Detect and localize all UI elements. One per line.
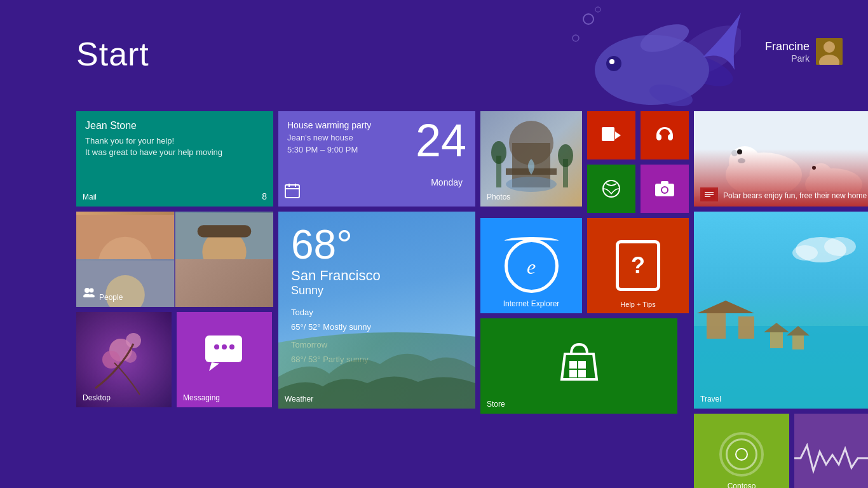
mail-label: Mail bbox=[83, 193, 97, 201]
tile-store[interactable]: Store bbox=[480, 318, 677, 414]
svg-rect-84 bbox=[707, 313, 726, 339]
tile-xbox[interactable] bbox=[587, 165, 635, 213]
desktop-label: Desktop bbox=[83, 393, 111, 402]
svg-point-9 bbox=[595, 7, 600, 12]
tiles-container: Jean Stone Thank you for your help! It w… bbox=[76, 111, 868, 488]
tile-camera[interactable] bbox=[641, 165, 689, 213]
xbox-icon bbox=[601, 179, 621, 199]
camera-icon bbox=[654, 180, 675, 198]
row-contoso-health: Contoso Health & bbox=[694, 414, 868, 488]
mail-sender: Jean Stone bbox=[85, 120, 264, 132]
svg-point-33 bbox=[126, 333, 141, 348]
tile-mail[interactable]: Jean Stone Thank you for your help! It w… bbox=[76, 111, 273, 207]
svg-point-4 bbox=[609, 59, 614, 64]
svg-point-27 bbox=[85, 288, 90, 293]
contoso-label: Contoso bbox=[728, 482, 756, 488]
news-app-icon bbox=[700, 187, 718, 201]
user-last-name: Park bbox=[765, 53, 810, 64]
svg-point-53 bbox=[558, 144, 573, 167]
tile-health[interactable]: Health & bbox=[794, 414, 868, 488]
tile-contoso[interactable]: Contoso bbox=[694, 414, 789, 488]
weather-city: San Francisco bbox=[291, 268, 463, 284]
music-icon bbox=[654, 125, 675, 146]
tile-video[interactable] bbox=[587, 111, 635, 159]
svg-rect-62 bbox=[578, 361, 586, 369]
svg-point-92 bbox=[824, 237, 856, 256]
travel-image bbox=[694, 212, 868, 409]
user-info: Francine Park bbox=[765, 40, 810, 64]
people-label: People bbox=[99, 293, 123, 302]
messaging-label: Messaging bbox=[183, 393, 220, 402]
svg-marker-55 bbox=[615, 132, 621, 139]
ie-arc bbox=[505, 237, 559, 245]
weather-temperature: 68° bbox=[291, 224, 463, 265]
mail-count: 8 bbox=[262, 191, 267, 201]
svg-rect-86 bbox=[738, 316, 754, 339]
avatar[interactable] bbox=[816, 38, 843, 65]
svg-point-7 bbox=[583, 14, 593, 24]
svg-point-49 bbox=[506, 177, 557, 192]
svg-point-8 bbox=[573, 35, 579, 41]
tile-desktop[interactable]: Desktop bbox=[76, 312, 172, 407]
svg-rect-89 bbox=[792, 336, 804, 349]
tile-travel[interactable]: Travel bbox=[694, 212, 868, 409]
svg-point-6 bbox=[647, 80, 695, 110]
people-icon bbox=[83, 287, 95, 301]
tile-help[interactable]: ? Help + Tips bbox=[587, 218, 689, 313]
tile-music[interactable] bbox=[641, 111, 689, 159]
svg-point-59 bbox=[662, 187, 667, 193]
svg-rect-54 bbox=[602, 127, 614, 141]
help-icon: ? bbox=[616, 240, 660, 291]
contoso-icon bbox=[719, 432, 764, 477]
column-3: Photos bbox=[480, 111, 689, 488]
help-label: Help + Tips bbox=[620, 301, 655, 308]
tile-ie[interactable]: e Internet Explorer bbox=[480, 218, 582, 313]
svg-point-51 bbox=[491, 141, 506, 164]
svg-rect-60 bbox=[661, 181, 668, 185]
photos-label: Photos bbox=[487, 193, 510, 201]
store-icon bbox=[555, 338, 603, 395]
column-2: House warming party Jean's new house 5:3… bbox=[278, 111, 475, 488]
weather-label: Weather bbox=[285, 395, 313, 403]
video-icon bbox=[601, 126, 621, 144]
svg-point-3 bbox=[606, 56, 621, 71]
svg-point-11 bbox=[824, 41, 835, 53]
user-profile[interactable]: Francine Park bbox=[765, 38, 843, 65]
svg-point-2 bbox=[595, 35, 709, 105]
svg-rect-61 bbox=[569, 361, 577, 369]
svg-point-0 bbox=[667, 15, 741, 86]
svg-point-5 bbox=[637, 18, 692, 57]
column-1: Jean Stone Thank you for your help! It w… bbox=[76, 111, 273, 488]
svg-point-39 bbox=[222, 344, 227, 349]
column-4: Polar bears enjoy fun, free their new ho… bbox=[694, 111, 868, 488]
small-tiles bbox=[587, 111, 689, 213]
mail-message-1: Thank you for your help! bbox=[85, 135, 264, 147]
tile-people[interactable]: People bbox=[76, 212, 273, 307]
mail-message-2: It was great to have your help moving bbox=[85, 147, 264, 158]
row-ie-help: e Internet Explorer ? Help + Tips bbox=[480, 218, 689, 313]
tile-news[interactable]: Polar bears enjoy fun, free their new ho… bbox=[694, 111, 868, 207]
user-first-name: Francine bbox=[765, 40, 810, 53]
tile-weather[interactable]: 68° San Francisco Sunny Today 65°/ 52° M… bbox=[278, 212, 475, 409]
contoso-inner bbox=[726, 438, 757, 470]
svg-point-38 bbox=[214, 344, 219, 349]
start-title: Start bbox=[76, 35, 149, 73]
ie-icon: e bbox=[505, 239, 559, 293]
health-wave bbox=[794, 433, 868, 484]
store-label: Store bbox=[487, 400, 505, 409]
tile-calendar[interactable]: House warming party Jean's new house 5:3… bbox=[278, 111, 475, 207]
calendar-day: Monday bbox=[431, 177, 463, 187]
svg-rect-63 bbox=[569, 370, 577, 377]
row-desktop-messaging: Desktop Messaging bbox=[76, 312, 273, 407]
tile-messaging[interactable]: Messaging bbox=[177, 312, 272, 407]
calendar-icon bbox=[285, 183, 300, 201]
tile-photos[interactable]: Photos bbox=[480, 111, 582, 207]
contoso-dot bbox=[735, 448, 748, 461]
ie-label: Internet Explorer bbox=[503, 299, 560, 308]
svg-point-29 bbox=[90, 288, 94, 293]
fish-decoration bbox=[563, 0, 741, 127]
svg-rect-19 bbox=[198, 225, 252, 237]
news-headline: Polar bears enjoy fun, free their new ho… bbox=[723, 191, 867, 201]
messaging-icon bbox=[204, 334, 245, 379]
calendar-date: 24 bbox=[416, 118, 466, 163]
